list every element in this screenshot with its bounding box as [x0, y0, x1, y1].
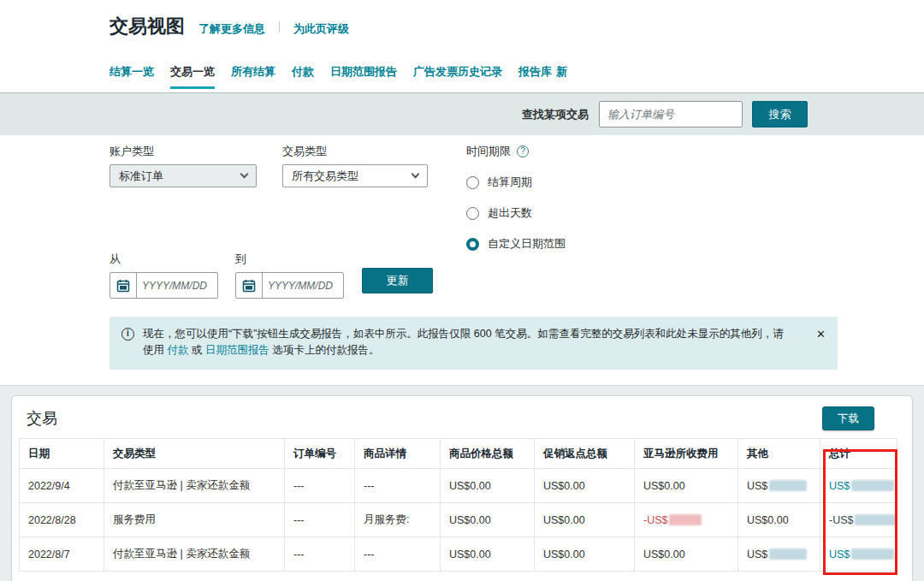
radio-past-days[interactable]: 超出天数	[466, 205, 566, 221]
redacted-amount	[851, 480, 894, 491]
tab-all-statements[interactable]: 所有结算	[231, 64, 275, 89]
account-type-dropdown[interactable]: 标准订单	[110, 164, 257, 187]
col-amazon-fees[interactable]: 亚马逊所收费用	[635, 439, 738, 469]
cell-product-total: US$0.00	[441, 537, 535, 572]
tab-date-range-reports[interactable]: 日期范围报告	[330, 64, 397, 89]
title-separator	[279, 21, 280, 33]
cell-promo-total: US$0.00	[535, 537, 635, 572]
col-product-total[interactable]: 商品价格总额	[441, 439, 535, 469]
cell-amazon-fees: US$0.00	[635, 469, 738, 503]
time-period-label: 时间期限	[466, 144, 511, 159]
col-other[interactable]: 其他	[738, 439, 820, 469]
title-row: 交易视图 了解更多信息 为此页评级	[110, 14, 924, 39]
learn-more-link[interactable]: 了解更多信息	[198, 21, 265, 37]
cell-order-id: ---	[285, 537, 355, 572]
table-row: 2022/8/28 服务费用 --- 月服务费: US$0.00 US$0.00…	[20, 503, 897, 537]
search-input[interactable]	[599, 101, 743, 127]
chevron-down-icon	[412, 170, 420, 179]
cell-promo-total: US$0.00	[535, 469, 635, 503]
account-type-value: 标准订单	[119, 169, 163, 184]
cell-order-id: ---	[285, 503, 355, 537]
date-from-input[interactable]	[137, 273, 217, 298]
tab-report-library[interactable]: 报告库新	[518, 64, 567, 89]
transaction-type-label: 交易类型	[282, 144, 428, 159]
account-type-label: 账户类型	[110, 144, 257, 159]
radio-custom-date-range[interactable]: 自定义日期范围	[466, 236, 566, 252]
table-row: 2022/9/4 付款至亚马逊 | 卖家还款金额 --- --- US$0.00…	[20, 469, 897, 503]
redacted-amount	[855, 514, 897, 525]
radio-icon	[466, 207, 479, 220]
search-button[interactable]: 搜索	[752, 101, 808, 127]
transactions-title: 交易	[27, 408, 57, 429]
cell-details: ---	[355, 537, 441, 572]
transaction-type-filter: 交易类型 所有交易类型	[282, 144, 428, 187]
cell-date: 2022/9/4	[20, 469, 104, 503]
update-button[interactable]: 更新	[362, 268, 433, 293]
cell-total[interactable]: -US$	[820, 503, 897, 537]
cell-date: 2022/8/28	[20, 503, 104, 537]
account-type-filter: 账户类型 标准订单	[110, 144, 257, 187]
cell-promo-total: US$0.00	[535, 503, 635, 537]
table-row: 2022/8/7 付款至亚马逊 | 卖家还款金额 --- --- US$0.00…	[20, 537, 897, 572]
cell-type: 付款至亚马逊 | 卖家还款金额	[104, 469, 285, 503]
radio-icon	[466, 176, 479, 189]
cell-total[interactable]: US$	[820, 469, 897, 503]
download-button[interactable]: 下载	[822, 406, 874, 430]
payments-link[interactable]: 付款	[167, 344, 188, 356]
date-to-input[interactable]	[263, 273, 343, 298]
close-icon[interactable]: ✕	[816, 326, 826, 340]
cell-total[interactable]: US$	[820, 537, 897, 572]
cell-type: 服务费用	[104, 503, 285, 537]
tab-bar: 结算一览 交易一览 所有结算 付款 日期范围报告 广告发票历史记录 报告库新	[110, 64, 924, 89]
cell-other: US$0.00	[738, 503, 820, 537]
info-notice: i 现在，您可以使用“下载”按钮生成交易报告，如表中所示。此报告仅限 600 笔…	[110, 317, 838, 370]
cell-other: US$	[738, 469, 820, 503]
transactions-card-header: 交易 下载 !	[12, 396, 912, 438]
col-transaction-type[interactable]: 交易类型	[104, 439, 285, 469]
cell-other: US$	[738, 537, 820, 572]
cell-details: ---	[355, 469, 441, 503]
date-to-block: 到	[235, 252, 344, 299]
redacted-amount	[769, 480, 807, 491]
cell-amazon-fees: -US$	[635, 503, 738, 537]
filter-section: 账户类型 标准订单 交易类型 所有交易类型 时间期限 ? 结算周期 超出天数 自…	[0, 135, 924, 385]
cell-amazon-fees: US$0.00	[635, 537, 738, 572]
help-icon[interactable]: ?	[517, 145, 529, 157]
date-range-report-link[interactable]: 日期范围报告	[205, 344, 270, 356]
col-date[interactable]: 日期	[20, 439, 104, 469]
table-header-row: 日期 交易类型 订单编号 商品详情 商品价格总额 促销返点总额 亚马逊所收费用 …	[20, 439, 897, 469]
cell-details: 月服务费:	[355, 503, 441, 537]
rate-page-link[interactable]: 为此页评级	[293, 21, 349, 37]
tab-settlements-overview[interactable]: 结算一览	[110, 64, 154, 89]
page-bottom: 交易 下载 ! 日期 交易类型 订单编号 商品详情	[0, 385, 924, 581]
calendar-icon[interactable]	[236, 273, 263, 298]
transactions-card: 交易 下载 ! 日期 交易类型 订单编号 商品详情	[11, 395, 913, 581]
date-from-block: 从	[110, 252, 218, 299]
search-label: 查找某项交易	[522, 107, 589, 122]
new-badge: 新	[556, 65, 567, 78]
to-label: 到	[235, 252, 344, 267]
col-promo-total[interactable]: 促销返点总额	[535, 439, 635, 469]
col-total[interactable]: 总计	[820, 439, 897, 469]
col-order-id[interactable]: 订单编号	[285, 439, 355, 469]
warning-icon[interactable]: !	[884, 412, 900, 426]
radio-settlement-period[interactable]: 结算周期	[466, 175, 566, 190]
transaction-type-dropdown[interactable]: 所有交易类型	[282, 164, 428, 187]
page-header: 交易视图 了解更多信息 为此页评级 结算一览 交易一览 所有结算 付款 日期范围…	[0, 0, 924, 92]
notice-text: 现在，您可以使用“下载”按钮生成交易报告，如表中所示。此报告仅限 600 笔交易…	[143, 326, 793, 359]
cell-date: 2022/8/7	[20, 537, 104, 572]
time-period-filter: 时间期限 ? 结算周期 超出天数 自定义日期范围	[466, 144, 566, 252]
redacted-amount	[769, 548, 807, 560]
chevron-down-icon	[240, 170, 249, 179]
info-icon: i	[121, 328, 134, 341]
transaction-type-value: 所有交易类型	[292, 169, 358, 184]
tab-transaction-view[interactable]: 交易一览	[170, 64, 215, 89]
cell-product-total: US$0.00	[441, 469, 535, 503]
tab-ad-invoice-history[interactable]: 广告发票历史记录	[413, 64, 502, 89]
calendar-icon[interactable]	[110, 273, 137, 298]
cell-order-id: ---	[285, 469, 355, 503]
col-product-details[interactable]: 商品详情	[355, 439, 441, 469]
redacted-amount	[851, 548, 894, 560]
cell-type: 付款至亚马逊 | 卖家还款金额	[104, 537, 285, 572]
tab-payments[interactable]: 付款	[292, 64, 314, 89]
